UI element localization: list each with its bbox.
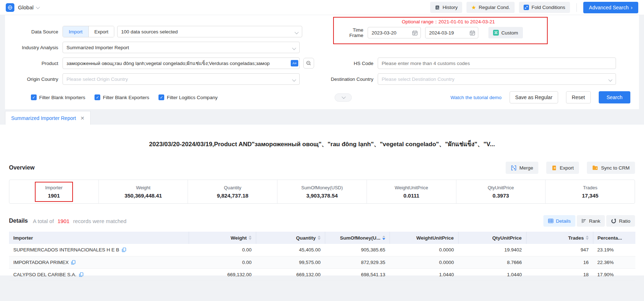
stat-label: WeightUnitPrice	[395, 185, 428, 190]
view-rank-button[interactable]: Rank	[577, 215, 605, 227]
stat-value: 1901	[48, 193, 60, 199]
data-source-label: Data Source	[9, 29, 63, 34]
cell-weight-unit-price: 0.0000	[390, 244, 458, 256]
region-selector-label[interactable]: Global	[18, 4, 33, 10]
origin-country-placeholder: Please select Origin Country	[66, 77, 128, 82]
column-label: QtyUnitPrice	[492, 235, 522, 241]
tab-label: Summarized Importer Report	[11, 115, 76, 121]
origin-country-select[interactable]: Please select Origin Country	[63, 73, 300, 85]
cell-quantity: 99,575.00	[256, 256, 325, 268]
column-label: Percenta...	[598, 235, 622, 241]
chevron-down-icon	[292, 78, 296, 82]
stat-value: 9,824,737.18	[217, 193, 249, 199]
sync-to-crm-button[interactable]: Sync to CRM	[587, 162, 635, 174]
save-as-regular-button[interactable]: Save as Regular	[510, 91, 558, 103]
folder-sync-icon	[592, 165, 598, 170]
importer-link[interactable]: SUPERMERCADOS INTERNACIONALES H E B	[13, 247, 184, 253]
sort-icon[interactable]	[318, 236, 321, 240]
cell-qty-unit-price: 1.0440	[458, 268, 526, 281]
stat-sum-of-money: SumOfMoney(USD) 3,903,378.54	[277, 180, 367, 203]
column-trades[interactable]: Trades	[526, 232, 593, 244]
stat-label: SumOfMoney(USD)	[301, 185, 343, 190]
industry-analysis-select[interactable]: Summarized Importer Report	[63, 42, 300, 53]
industry-analysis-value: Summarized Importer Report	[66, 45, 129, 50]
copy-icon[interactable]	[79, 272, 83, 277]
date-from-input[interactable]: 2023-03-20	[368, 27, 421, 38]
origin-country-label: Origin Country	[9, 77, 63, 82]
overview-stats: Importer 1901 Weight 350,369,448.41 Quan…	[9, 180, 635, 204]
search-panel: Data Source Import Export 100 data sourc…	[5, 15, 639, 109]
column-qty-unit-price: QtyUnitPrice	[458, 232, 526, 244]
sort-icon[interactable]	[586, 236, 589, 240]
filter-blank-exporters-label: Filter Blank Exporters	[103, 95, 149, 100]
fold-conditions-label: Fold Conditions	[532, 5, 565, 10]
cell-percentage: 22.36%	[593, 256, 635, 268]
regular-cond-button[interactable]: ★ Regular Cond.	[466, 2, 515, 13]
translate-icon[interactable]: A≡	[291, 60, 298, 66]
column-percentage: Percenta...	[593, 232, 635, 244]
custom-range-button[interactable]: ⌘ Custom	[488, 27, 523, 38]
stat-value: 3,903,378.54	[306, 193, 338, 199]
hs-code-input[interactable]	[378, 57, 616, 69]
copy-icon[interactable]	[71, 260, 75, 265]
details-heading: Details	[9, 218, 28, 224]
column-sum-of-money[interactable]: SumOfMoney(U...	[325, 232, 390, 244]
sort-icon[interactable]	[249, 236, 252, 240]
tutorial-demo-link[interactable]: Watch the tutorial demo	[450, 95, 501, 100]
advanced-search-label: Advanced Search	[589, 5, 629, 10]
copy-icon[interactable]	[122, 247, 126, 252]
close-icon[interactable]: ✕	[80, 115, 85, 121]
export-tab[interactable]: Export	[88, 26, 114, 37]
stat-value: 17,345	[582, 193, 598, 199]
filter-logitics-company-checkbox[interactable]: ✓ Filter Logitics Company	[158, 94, 217, 100]
reset-button[interactable]: Reset	[566, 91, 591, 103]
filter-blank-importers-checkbox[interactable]: ✓ Filter Blank Importers	[31, 94, 85, 100]
cell-trades: 18	[526, 268, 593, 281]
destination-country-select[interactable]: Please select Destination Country	[378, 73, 616, 85]
advanced-search-button[interactable]: Advanced Search ›	[583, 2, 638, 13]
stat-label: Quantity	[224, 185, 241, 190]
view-ratio-button[interactable]: Ratio	[606, 215, 635, 227]
sort-desc-active-icon[interactable]	[382, 236, 385, 240]
ratio-donut-icon	[611, 218, 616, 224]
fold-conditions-button[interactable]: Fold Conditions	[519, 2, 570, 13]
view-details-label: Details	[556, 218, 571, 224]
cell-qty-unit-price: 8.7666	[458, 256, 526, 268]
calendar-icon	[412, 30, 418, 36]
table-icon	[548, 218, 553, 223]
overview-heading: Overview	[9, 165, 34, 171]
cell-quantity: 45,405.00	[256, 244, 325, 256]
history-button[interactable]: History	[430, 2, 462, 13]
search-button[interactable]: Search	[599, 91, 630, 103]
chevron-down-icon[interactable]	[36, 5, 40, 9]
tab-strip: Summarized Importer Report ✕	[0, 109, 644, 125]
checkbox-checked-icon: ✓	[31, 94, 37, 100]
collapse-conditions-button[interactable]	[335, 93, 352, 102]
table-row: CALYPSO DEL CARIBE S.A. 669,132.00 669,1…	[9, 268, 635, 281]
cell-weight: 0.00	[189, 256, 256, 268]
stat-label: QtyUnitPrice	[488, 185, 514, 190]
optional-range-text: Optional range：2021-01-01 to 2024-03-21	[338, 18, 544, 26]
import-tab[interactable]: Import	[63, 26, 88, 37]
merge-button[interactable]: Merge	[506, 162, 538, 174]
checkbox-checked-icon: ✓	[158, 94, 164, 100]
hs-code-label: HS Code	[320, 61, 378, 66]
matched-records-text: A total of 1901 records were matched	[33, 218, 126, 224]
zoom-out-magnifier-button[interactable]	[303, 58, 314, 69]
view-details-button[interactable]: Details	[543, 215, 575, 227]
date-to-input[interactable]: 2024-03-19	[425, 27, 478, 38]
export-button[interactable]: Export	[546, 162, 579, 174]
column-weight[interactable]: Weight	[189, 232, 256, 244]
filter-blank-exporters-checkbox[interactable]: ✓ Filter Blank Exporters	[95, 94, 149, 100]
product-input[interactable]	[63, 57, 300, 69]
importer-link[interactable]: IMPORTADORA PRIMEX	[13, 260, 184, 265]
merge-label: Merge	[519, 165, 533, 171]
stat-value: 0.3973	[493, 193, 509, 199]
tab-summarized-importer-report[interactable]: Summarized Importer Report ✕	[5, 111, 91, 125]
column-quantity[interactable]: Quantity	[256, 232, 325, 244]
data-sources-select[interactable]: 100 data sources selected	[117, 26, 302, 37]
column-label: Trades	[568, 235, 584, 241]
importer-link[interactable]: CALYPSO DEL CARIBE S.A.	[13, 272, 184, 277]
table-row: IMPORTADORA PRIMEX 0.00 99,575.00 872,92…	[9, 256, 635, 268]
stat-label: Importer	[45, 185, 63, 190]
